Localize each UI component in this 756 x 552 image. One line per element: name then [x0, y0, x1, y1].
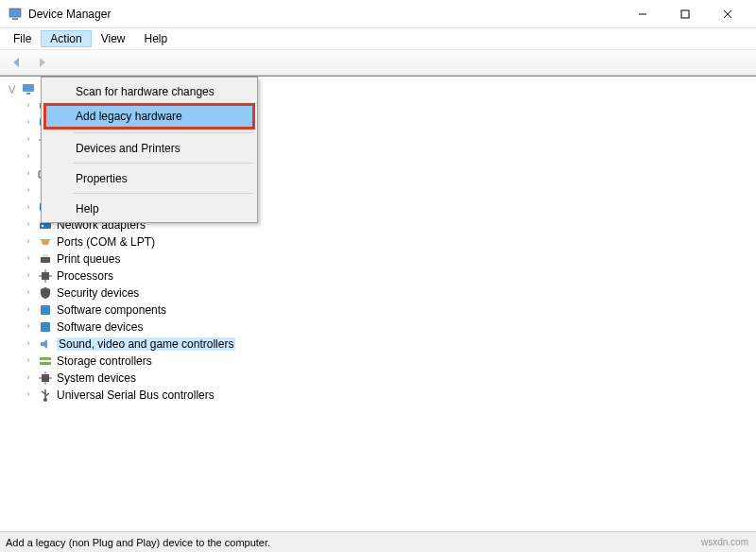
print-icon: [38, 251, 53, 267]
sound-icon: [38, 336, 53, 352]
expander-icon[interactable]: ›: [23, 389, 34, 399]
expander-icon[interactable]: ⋁: [6, 84, 17, 94]
usb-icon: [38, 388, 53, 403]
svg-rect-36: [42, 374, 49, 382]
menu-action[interactable]: Action: [41, 30, 91, 47]
maximize-button[interactable]: [663, 0, 706, 28]
tree-item-label: Print queues: [57, 252, 120, 266]
svg-rect-26: [43, 254, 48, 257]
tree-item-label: Processors: [57, 269, 113, 283]
expander-icon[interactable]: ›: [23, 355, 34, 365]
svg-rect-33: [41, 322, 50, 332]
window-title: Device Manager: [28, 8, 621, 21]
toolbar: [0, 49, 756, 76]
expander-icon[interactable]: ›: [23, 287, 34, 297]
menu-help[interactable]: Help: [135, 30, 178, 47]
tree-item[interactable]: ›Print queues: [6, 250, 750, 267]
svg-rect-32: [41, 305, 50, 315]
svg-rect-0: [9, 9, 21, 17]
expander-icon[interactable]: ›: [23, 372, 34, 382]
menu-view[interactable]: View: [92, 30, 135, 47]
close-button[interactable]: [706, 0, 748, 28]
tree-item-label: Universal Serial Bus controllers: [57, 388, 215, 402]
storage-icon: [38, 354, 53, 369]
dropdown-separator: [74, 193, 253, 194]
expander-icon[interactable]: ›: [23, 202, 34, 212]
expander-icon[interactable]: ›: [23, 321, 34, 331]
expander-icon[interactable]: ›: [23, 304, 34, 314]
svg-rect-27: [42, 272, 49, 280]
computer-icon: [21, 81, 36, 96]
tree-item[interactable]: ›Universal Serial Bus controllers: [6, 387, 750, 404]
svg-rect-7: [26, 93, 30, 95]
menu-devices-printers[interactable]: Devices and Printers: [43, 136, 255, 160]
dropdown-separator: [74, 163, 253, 164]
expander-icon[interactable]: ›: [23, 151, 34, 161]
svg-rect-35: [40, 362, 51, 365]
expander-icon[interactable]: ›: [23, 100, 34, 110]
statusbar: Add a legacy (non Plug and Play) device …: [0, 531, 756, 552]
expander-icon[interactable]: ›: [23, 117, 34, 127]
tree-item-label: Storage controllers: [57, 354, 152, 368]
tree-item[interactable]: ›Software components: [6, 302, 750, 319]
swcomp-icon: [38, 302, 53, 318]
minimize-button[interactable]: [621, 0, 663, 28]
menubar: File Action View Help: [0, 28, 756, 49]
expander-icon[interactable]: ›: [23, 253, 34, 263]
svg-rect-34: [40, 357, 51, 360]
tree-item-label: Sound, video and game controllers: [57, 337, 235, 351]
expander-icon[interactable]: ›: [23, 185, 34, 195]
svg-rect-25: [41, 257, 50, 263]
expander-icon[interactable]: ›: [23, 219, 34, 229]
menu-add-legacy-hardware[interactable]: Add legacy hardware: [43, 103, 255, 129]
status-text: Add a legacy (non Plug and Play) device …: [6, 537, 270, 548]
window-controls: [621, 0, 748, 28]
cpu-icon: [38, 268, 53, 284]
expander-icon[interactable]: ›: [23, 168, 34, 178]
menu-help[interactable]: Help: [43, 197, 255, 220]
tree-item-label: Ports (COM & LPT): [57, 235, 155, 249]
app-icon: [8, 7, 23, 22]
tree-item[interactable]: ›Software devices: [6, 319, 750, 336]
system-icon: [38, 371, 53, 386]
menu-file[interactable]: File: [4, 30, 41, 47]
tree-item[interactable]: ›Security devices: [6, 285, 750, 302]
expander-icon[interactable]: ›: [23, 134, 34, 144]
swdev-icon: [38, 319, 53, 335]
tree-item[interactable]: ›System devices: [6, 370, 750, 387]
expander-icon[interactable]: ›: [23, 338, 34, 348]
security-icon: [38, 285, 53, 301]
ports-icon: [38, 234, 53, 250]
svg-rect-24: [42, 225, 43, 227]
action-dropdown: Scan for hardware changes Add legacy har…: [41, 77, 258, 223]
tree-item-label: Software devices: [57, 320, 143, 334]
tree-item-label: Security devices: [57, 286, 139, 300]
content-area: ⋁ ›Disk drives›Display adapters›Firmware…: [0, 76, 756, 526]
dropdown-separator: [74, 132, 253, 133]
menu-scan-hardware[interactable]: Scan for hardware changes: [43, 79, 255, 103]
tree-item[interactable]: ›Processors: [6, 267, 750, 285]
tree-item-label: System devices: [57, 371, 136, 385]
tree-item[interactable]: ›Storage controllers: [6, 353, 750, 370]
svg-rect-23: [40, 223, 51, 229]
expander-icon[interactable]: ›: [23, 270, 34, 280]
expander-icon[interactable]: ›: [23, 236, 34, 246]
watermark: wsxdn.com: [701, 537, 748, 547]
tree-item-label: Software components: [57, 303, 166, 317]
svg-rect-3: [681, 10, 689, 18]
forward-button[interactable]: [30, 51, 53, 74]
svg-rect-6: [23, 84, 34, 92]
tree-item[interactable]: ›Ports (COM & LPT): [6, 233, 750, 250]
tree-item[interactable]: ›Sound, video and game controllers: [6, 336, 750, 353]
back-button[interactable]: [6, 51, 28, 74]
titlebar: Device Manager: [0, 0, 756, 28]
menu-properties[interactable]: Properties: [43, 166, 255, 190]
svg-rect-1: [12, 18, 18, 20]
